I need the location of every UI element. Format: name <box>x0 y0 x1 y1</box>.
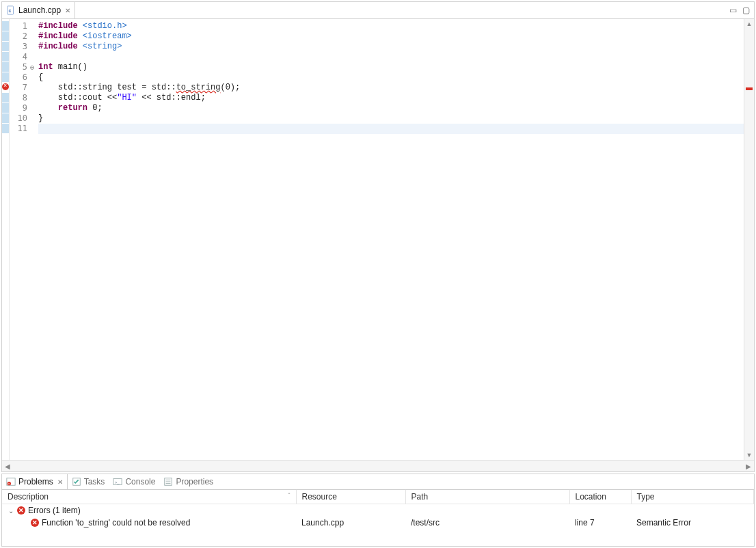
change-marker <box>2 62 9 72</box>
code-line[interactable]: std::cout <<"HI" << std::endl; <box>38 93 744 103</box>
scroll-right-icon[interactable]: ▶ <box>743 463 754 470</box>
change-marker <box>2 103 9 113</box>
tab-console[interactable]: >_Console <box>109 474 159 489</box>
code-line[interactable]: #include <string> <box>38 42 744 52</box>
error-icon: ✕ <box>17 506 25 515</box>
maximize-icon[interactable]: ▢ <box>742 5 750 15</box>
tab-label: Tasks <box>84 477 105 487</box>
change-marker <box>2 113 9 123</box>
tab-label: Properties <box>176 477 213 487</box>
col-location[interactable]: Location <box>569 490 631 504</box>
line-number: 9 <box>10 103 27 113</box>
bottom-tab-bar: xProblems ✕Tasks>_ConsoleProperties <box>2 474 754 490</box>
col-type[interactable]: Type <box>631 490 754 504</box>
code-line[interactable] <box>38 52 744 62</box>
editor-body: 1234567891011 ⊖ #include <stdio.h>#inclu… <box>2 19 754 460</box>
problem-type: Semantic Error <box>631 517 754 529</box>
problem-row[interactable]: ✕Function 'to_string' could not be resol… <box>2 517 754 529</box>
scroll-left-icon[interactable]: ◀ <box>2 463 13 470</box>
change-marker <box>2 52 9 61</box>
problems-group-row[interactable]: ⌄✕Errors (1 item) <box>2 504 754 517</box>
line-number: 7 <box>10 83 27 93</box>
c-file-icon: c <box>6 5 16 15</box>
col-description[interactable]: Descriptionˆ <box>2 490 296 504</box>
table-header-row: Descriptionˆ Resource Path Location Type <box>2 490 754 504</box>
change-marker <box>2 21 9 31</box>
tab-properties[interactable]: Properties <box>159 474 217 489</box>
fold-ruler: ⊖ <box>30 19 38 460</box>
code-line[interactable]: int main() <box>38 62 744 72</box>
line-number-gutter: 1234567891011 <box>10 19 30 460</box>
line-number: 8 <box>10 93 27 103</box>
line-number: 1 <box>10 21 27 31</box>
overview-ruler[interactable]: ▲ ▼ <box>744 19 754 460</box>
marker-ruler <box>2 19 10 460</box>
code-area[interactable]: #include <stdio.h>#include <iostream>#in… <box>38 19 744 460</box>
col-path[interactable]: Path <box>405 490 569 504</box>
svg-text:c: c <box>9 8 12 13</box>
problem-path: /test/src <box>405 517 569 529</box>
tab-problems[interactable]: xProblems ✕ <box>2 474 68 489</box>
change-marker <box>2 93 9 102</box>
editor-tab-label: Launch.cpp <box>18 5 61 15</box>
error-icon: ✕ <box>31 519 39 527</box>
problems-group-label: Errors (1 item) <box>28 506 81 515</box>
scroll-up-icon[interactable]: ▲ <box>744 19 754 29</box>
horizontal-scrollbar[interactable]: ◀ ▶ <box>2 460 754 471</box>
minimize-icon[interactable]: ▭ <box>729 5 737 15</box>
line-number: 2 <box>10 31 27 42</box>
close-icon[interactable]: ✕ <box>65 7 70 14</box>
code-line[interactable]: std::string test = std::to_string(0); <box>38 83 744 93</box>
line-number: 4 <box>10 52 27 62</box>
change-marker <box>2 124 9 133</box>
change-marker <box>2 31 9 41</box>
overview-error-marker[interactable] <box>746 87 753 90</box>
tab-label: Problems <box>18 477 53 487</box>
code-line[interactable] <box>38 124 744 134</box>
line-number: 10 <box>10 113 27 124</box>
code-line[interactable]: } <box>38 113 744 124</box>
fold-toggle-icon[interactable]: ⊖ <box>30 62 38 70</box>
sort-indicator-icon: ˆ <box>288 492 291 499</box>
editor-pane: c Launch.cpp ✕ ▭ ▢ 1234567891011 ⊖ #incl… <box>1 1 755 472</box>
line-number: 11 <box>10 124 27 134</box>
chevron-down-icon[interactable]: ⌄ <box>8 507 14 515</box>
editor-window-controls: ▭ ▢ <box>729 5 754 15</box>
change-marker <box>2 42 9 51</box>
col-resource[interactable]: Resource <box>296 490 405 504</box>
change-marker <box>2 72 9 82</box>
ide-root: c Launch.cpp ✕ ▭ ▢ 1234567891011 ⊖ #incl… <box>0 0 756 548</box>
problem-location: line 7 <box>569 517 631 529</box>
tab-tasks[interactable]: Tasks <box>68 474 109 489</box>
svg-text:>_: >_ <box>115 480 120 484</box>
error-marker[interactable] <box>2 83 9 92</box>
line-number: 5 <box>10 62 27 72</box>
code-line[interactable]: return 0; <box>38 103 744 113</box>
problems-table: Descriptionˆ Resource Path Location Type… <box>2 490 754 546</box>
editor-tab-bar: c Launch.cpp ✕ ▭ ▢ <box>2 2 754 19</box>
line-number: 6 <box>10 72 27 83</box>
code-line[interactable]: { <box>38 72 744 83</box>
line-number: 3 <box>10 42 27 52</box>
tab-label: Console <box>125 477 155 487</box>
problem-resource: Launch.cpp <box>296 517 405 529</box>
problem-description: Function 'to_string' could not be resolv… <box>42 518 190 528</box>
code-line[interactable]: #include <stdio.h> <box>38 21 744 31</box>
code-line[interactable]: #include <iostream> <box>38 31 744 42</box>
bottom-pane: xProblems ✕Tasks>_ConsoleProperties Desc… <box>1 474 755 547</box>
scroll-down-icon[interactable]: ▼ <box>744 450 754 460</box>
editor-tab-launch-cpp[interactable]: c Launch.cpp ✕ <box>2 2 75 18</box>
close-icon[interactable]: ✕ <box>57 478 63 486</box>
